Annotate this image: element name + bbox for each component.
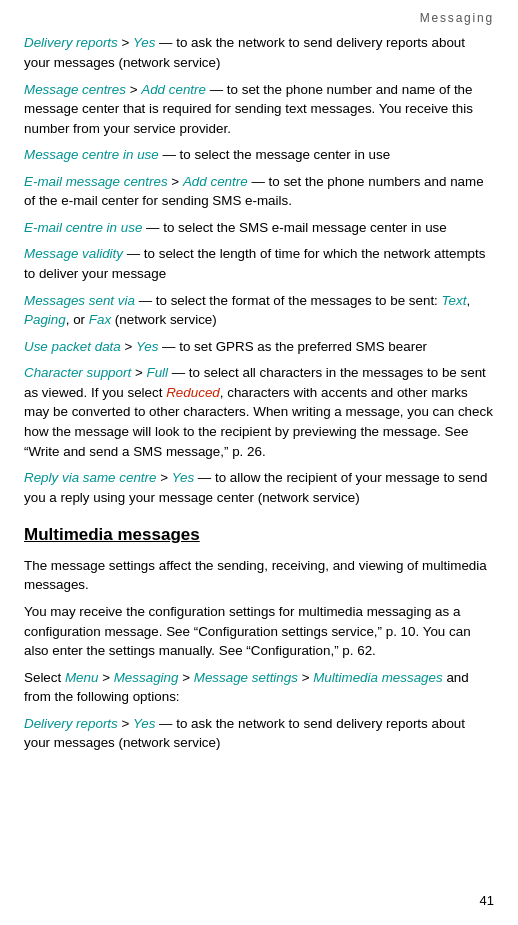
cyan-link: Use packet data bbox=[24, 339, 121, 354]
paragraph: Messages sent via — to select the format… bbox=[24, 291, 494, 330]
cyan-link: Add centre bbox=[141, 82, 206, 97]
plain-text: — to select the SMS e-mail message cente… bbox=[142, 220, 446, 235]
cyan-link: E-mail centre in use bbox=[24, 220, 142, 235]
cyan-link: Message centres bbox=[24, 82, 126, 97]
plain-text: — to select the format of the messages t… bbox=[135, 293, 442, 308]
plain-text: > bbox=[168, 174, 183, 189]
plain-text: (network service) bbox=[111, 312, 217, 327]
paragraph: E-mail centre in use — to select the SMS… bbox=[24, 218, 494, 238]
cyan-link: Delivery reports bbox=[24, 35, 118, 50]
cyan-link: Reply via same centre bbox=[24, 470, 156, 485]
plain-text: The message settings affect the sending,… bbox=[24, 558, 487, 593]
plain-text: > bbox=[131, 365, 146, 380]
plain-text: > bbox=[121, 339, 136, 354]
page-number: 41 bbox=[480, 892, 494, 911]
paragraph: You may receive the configuration settin… bbox=[24, 602, 494, 661]
cyan-link: Messaging bbox=[114, 670, 179, 685]
paragraph: Use packet data > Yes — to set GPRS as t… bbox=[24, 337, 494, 357]
plain-text: — to set GPRS as the preferred SMS beare… bbox=[158, 339, 427, 354]
cyan-link: Yes bbox=[136, 339, 158, 354]
cyan-link: E-mail message centres bbox=[24, 174, 168, 189]
cyan-link: Yes bbox=[172, 470, 194, 485]
plain-text: > bbox=[156, 470, 171, 485]
cyan-link: Message centre in use bbox=[24, 147, 159, 162]
paragraph: Message centre in use — to select the me… bbox=[24, 145, 494, 165]
paragraphs-container: Delivery reports > Yes — to ask the netw… bbox=[24, 33, 494, 507]
plain-text: > bbox=[298, 670, 313, 685]
page-header: Messaging bbox=[0, 0, 518, 33]
cyan-link: Full bbox=[146, 365, 168, 380]
paragraph: Select Menu > Messaging > Message settin… bbox=[24, 668, 494, 707]
plain-text: > bbox=[118, 716, 133, 731]
plain-text: > bbox=[118, 35, 133, 50]
cyan-link: Character support bbox=[24, 365, 131, 380]
paragraph: Reply via same centre > Yes — to allow t… bbox=[24, 468, 494, 507]
cyan-link: Multimedia messages bbox=[313, 670, 443, 685]
red-link: Reduced bbox=[166, 385, 220, 400]
plain-text: , bbox=[466, 293, 470, 308]
cyan-link: Add centre bbox=[183, 174, 248, 189]
section-heading: Multimedia messages bbox=[24, 523, 494, 548]
cyan-link: Paging bbox=[24, 312, 66, 327]
plain-text: , or bbox=[66, 312, 89, 327]
paragraph: Delivery reports > Yes — to ask the netw… bbox=[24, 714, 494, 753]
cyan-link: Delivery reports bbox=[24, 716, 118, 731]
paragraph: Message validity — to select the length … bbox=[24, 244, 494, 283]
plain-text: > bbox=[178, 670, 193, 685]
cyan-link: Yes bbox=[133, 716, 155, 731]
main-content: Delivery reports > Yes — to ask the netw… bbox=[0, 33, 518, 780]
paragraph: Delivery reports > Yes — to ask the netw… bbox=[24, 33, 494, 72]
paragraph: Character support > Full — to select all… bbox=[24, 363, 494, 461]
cyan-link: Message settings bbox=[194, 670, 298, 685]
paragraph: Message centres > Add centre — to set th… bbox=[24, 80, 494, 139]
cyan-link: Yes bbox=[133, 35, 155, 50]
plain-text: You may receive the configuration settin… bbox=[24, 604, 471, 658]
section-paragraphs-container: The message settings affect the sending,… bbox=[24, 556, 494, 753]
cyan-link: Text bbox=[442, 293, 467, 308]
header-title: Messaging bbox=[420, 11, 494, 25]
plain-text: > bbox=[126, 82, 141, 97]
cyan-link: Fax bbox=[89, 312, 111, 327]
paragraph: E-mail message centres > Add centre — to… bbox=[24, 172, 494, 211]
paragraph: The message settings affect the sending,… bbox=[24, 556, 494, 595]
cyan-link: Messages sent via bbox=[24, 293, 135, 308]
plain-text: Select bbox=[24, 670, 65, 685]
plain-text: > bbox=[98, 670, 113, 685]
plain-text: — to select the message center in use bbox=[159, 147, 390, 162]
cyan-link: Message validity bbox=[24, 246, 123, 261]
cyan-link: Menu bbox=[65, 670, 99, 685]
